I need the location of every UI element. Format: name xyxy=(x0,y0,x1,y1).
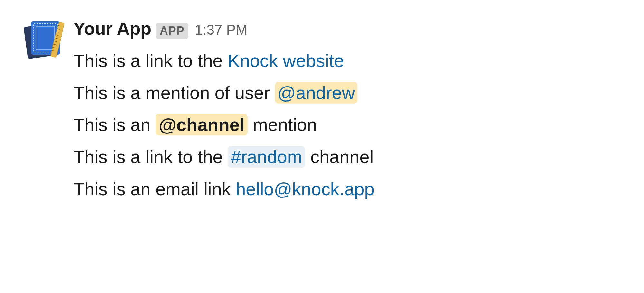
text-segment: This is a link to the xyxy=(73,147,228,167)
channel-link[interactable]: #random xyxy=(228,146,305,168)
blueprint-icon xyxy=(24,18,66,60)
text-segment: This is a mention of user xyxy=(73,83,275,103)
user-mention[interactable]: @andrew xyxy=(275,82,358,104)
app-badge: APP xyxy=(156,23,188,39)
message-timestamp[interactable]: 1:37 PM xyxy=(195,22,248,38)
slack-message: Your App APP 1:37 PM This is a link to t… xyxy=(0,0,644,223)
message-line-4: This is a link to the #random channel xyxy=(73,141,620,173)
message-header: Your App APP 1:37 PM xyxy=(73,18,620,39)
sender-name[interactable]: Your App xyxy=(73,18,151,39)
text-segment: mention xyxy=(248,114,317,135)
message-line-2: This is a mention of user @andrew xyxy=(73,77,620,109)
message-content: Your App APP 1:37 PM This is a link to t… xyxy=(73,18,620,205)
website-link[interactable]: Knock website xyxy=(228,50,344,71)
text-segment: This is an xyxy=(73,114,156,135)
channel-broadcast-mention[interactable]: @channel xyxy=(156,114,248,135)
message-line-3: This is an @channel mention xyxy=(73,109,620,141)
text-segment: This is an email link xyxy=(73,179,236,199)
text-segment: This is a link to the xyxy=(73,50,228,71)
message-line-1: This is a link to the Knock website xyxy=(73,45,620,77)
app-avatar[interactable] xyxy=(24,18,66,60)
email-link[interactable]: hello@knock.app xyxy=(236,179,374,199)
text-segment: channel xyxy=(305,147,374,167)
message-line-5: This is an email link hello@knock.app xyxy=(73,173,620,205)
